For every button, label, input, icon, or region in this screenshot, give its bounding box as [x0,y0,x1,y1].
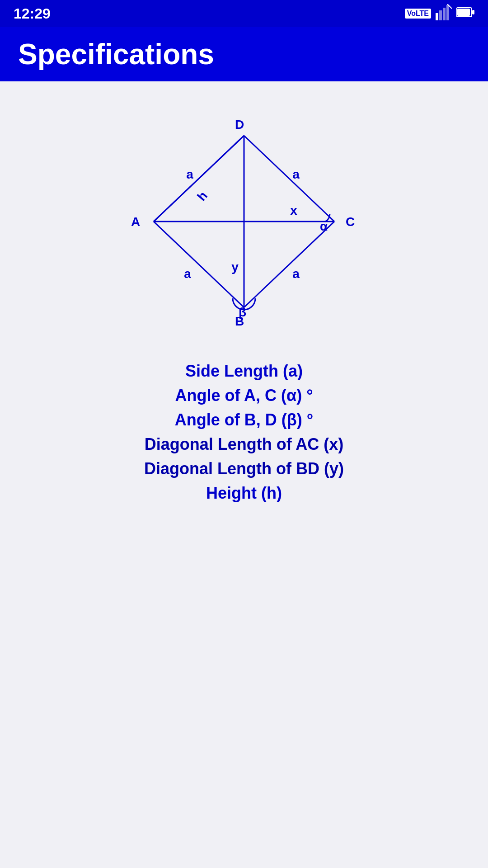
battery-icon [456,6,474,21]
svg-rect-3 [446,5,449,20]
svg-rect-2 [443,8,446,20]
spec-angle-bd: Angle of B, D (β) ° [175,410,313,429]
status-time: 12:29 [14,5,51,22]
svg-line-11 [244,222,334,307]
spec-side-length: Side Length (a) [185,362,303,381]
signal-icon [436,4,452,23]
page-title: Specifications [18,38,214,71]
svg-text:a: a [184,267,191,281]
svg-text:x: x [290,203,297,217]
spec-height: Height (h) [206,484,282,503]
svg-text:C: C [346,215,355,229]
specifications-list: Side Length (a) Angle of A, C (α) ° Angl… [144,362,344,503]
main-content: .diagram-text { font-family: Arial, sans… [0,81,488,521]
spec-diagonal-ac: Diagonal Length of AC (x) [145,435,344,454]
status-bar: 12:29 VoLTE [0,0,488,27]
svg-rect-0 [436,13,438,20]
spec-diagonal-bd: Diagonal Length of BD (y) [144,459,344,478]
svg-text:α: α [320,219,328,233]
rhombus-diagram: .diagram-text { font-family: Arial, sans… [108,108,380,335]
volte-icon: VoLTE [405,9,431,19]
svg-text:β: β [239,305,246,319]
svg-text:a: a [186,167,193,181]
page-header: Specifications [0,27,488,81]
svg-rect-7 [472,10,474,14]
status-icons: VoLTE [405,4,474,23]
spec-angle-ac: Angle of A, C (α) ° [175,386,313,405]
svg-text:y: y [231,260,239,274]
svg-text:a: a [292,167,300,181]
svg-text:a: a [292,267,300,281]
svg-text:h: h [194,189,210,203]
svg-text:A: A [131,215,140,229]
svg-line-14 [154,136,244,222]
svg-text:D: D [235,118,244,132]
svg-rect-1 [439,10,442,20]
svg-line-9 [244,136,334,222]
svg-line-10 [154,222,244,307]
svg-rect-6 [457,9,470,16]
